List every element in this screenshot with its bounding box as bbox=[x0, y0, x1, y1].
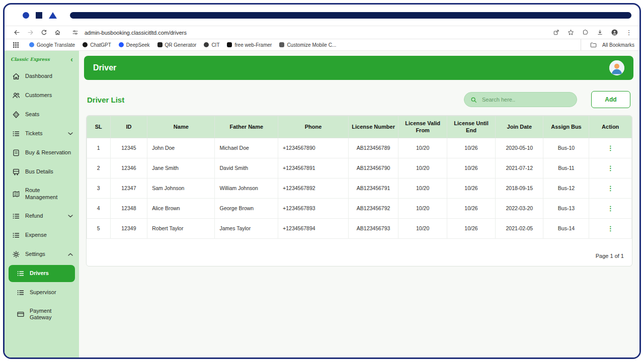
bookmark-item-chatgpt[interactable]: ChatGPT bbox=[83, 42, 111, 48]
sidebar-item-buy-reservation[interactable]: Buy & Reservation bbox=[5, 143, 79, 162]
page-header: Driver bbox=[84, 56, 633, 80]
window-frame: admin-busbooking.classicitltd.com/driver… bbox=[3, 3, 641, 359]
app-body: Classic Express ‹ DashboardCustomersSeat… bbox=[5, 51, 639, 357]
list-icon bbox=[17, 269, 25, 278]
bookmark-label: ChatGPT bbox=[90, 42, 111, 48]
cell-license-number: AB123456790 bbox=[348, 158, 398, 178]
window-control-circle bbox=[23, 12, 29, 19]
cell-license-valid-from: 10/20 bbox=[398, 198, 447, 218]
column-header-license-valid-from: License Valid From bbox=[398, 116, 447, 138]
sidebar-item-label: Customers bbox=[25, 92, 73, 99]
row-actions-button[interactable]: ⋮ bbox=[604, 205, 617, 212]
bookmark-item-cit[interactable]: CIT bbox=[204, 42, 219, 48]
row-actions-button[interactable]: ⋮ bbox=[604, 144, 617, 152]
sidebar-item-dashboard[interactable]: Dashboard bbox=[5, 67, 79, 86]
cell-license-until-end: 10/26 bbox=[447, 158, 495, 178]
sidebar-item-tickets[interactable]: Tickets bbox=[5, 124, 79, 143]
extensions-icon[interactable] bbox=[581, 27, 590, 38]
cell-license-until-end: 10/26 bbox=[447, 178, 495, 198]
bookmark-item-qr-generator[interactable]: QR Generator bbox=[157, 42, 197, 48]
table-row: 312347Sam JohnsonWilliam Johnson+1234567… bbox=[87, 178, 632, 198]
sidebar-item-label: Payment Gateway bbox=[30, 308, 73, 322]
sidebar-item-seats[interactable]: Seats bbox=[5, 105, 79, 124]
sidebar-item-label: Expense bbox=[25, 232, 73, 239]
main-content: Driver Driver List Add SLIDNameFather Na… bbox=[79, 51, 639, 357]
all-bookmarks-button[interactable]: All Bookmarks bbox=[581, 39, 634, 50]
add-button[interactable]: Add bbox=[591, 91, 630, 108]
bookmarks-list: Google TranslateChatGPTDeepSeekQR Genera… bbox=[29, 42, 336, 48]
row-actions-button[interactable]: ⋮ bbox=[604, 164, 617, 172]
reload-icon[interactable] bbox=[38, 27, 50, 38]
cell-sl: 1 bbox=[87, 138, 111, 158]
cell-join-date: 2021-07-12 bbox=[496, 158, 543, 178]
forward-icon[interactable] bbox=[24, 27, 36, 38]
column-header-id: ID bbox=[110, 116, 147, 138]
cell-license-number: AB123456792 bbox=[348, 198, 398, 218]
customize-favicon bbox=[279, 42, 284, 47]
row-actions-button[interactable]: ⋮ bbox=[604, 225, 617, 232]
user-avatar[interactable] bbox=[609, 60, 624, 75]
address-bar[interactable]: admin-busbooking.classicitltd.com/driver… bbox=[65, 27, 550, 38]
cell-assign-bus: Bus-13 bbox=[543, 198, 589, 218]
gear-icon bbox=[12, 250, 20, 258]
cell-id: 12347 bbox=[110, 178, 147, 198]
window-control-square bbox=[36, 12, 42, 19]
app-logo: Classic Express bbox=[11, 57, 50, 62]
share-icon[interactable] bbox=[551, 27, 560, 38]
browser-menu-icon[interactable]: ⋮ bbox=[624, 27, 633, 38]
sidebar-item-settings[interactable]: Settings bbox=[5, 245, 79, 264]
sidebar-item-label: Drivers bbox=[30, 270, 71, 277]
site-settings-icon[interactable] bbox=[69, 27, 81, 38]
cell-assign-bus: Bus-14 bbox=[543, 218, 589, 238]
cell-license-until-end: 10/26 bbox=[447, 218, 495, 238]
cell-license-number: AB123456793 bbox=[348, 218, 398, 238]
sidebar-item-customers[interactable]: Customers bbox=[5, 86, 79, 105]
apps-grid-icon[interactable] bbox=[10, 40, 22, 50]
users-icon bbox=[12, 92, 20, 100]
profile-avatar-icon[interactable] bbox=[610, 27, 619, 38]
window-title-bar-pill bbox=[70, 12, 631, 19]
seat-icon bbox=[12, 111, 20, 119]
cell-join-date: 2018-09-15 bbox=[496, 178, 543, 198]
cell-action: ⋮ bbox=[589, 138, 632, 158]
home-icon[interactable] bbox=[51, 27, 63, 38]
column-header-license-until-end: License Until End bbox=[447, 116, 495, 138]
column-header-phone: Phone bbox=[278, 116, 349, 138]
cell-id: 12345 bbox=[110, 138, 147, 158]
sidebar-item-route-management[interactable]: Route Management bbox=[5, 182, 79, 207]
sidebar-collapse-icon[interactable]: ‹ bbox=[70, 56, 73, 63]
sidebar-item-bus-details[interactable]: Bus Details bbox=[5, 162, 79, 182]
driver-table-body: 112345John DoeMichael Doe+1234567890AB12… bbox=[87, 138, 632, 238]
back-icon[interactable] bbox=[11, 27, 23, 38]
bookmark-item-google-translate[interactable]: Google Translate bbox=[29, 42, 75, 48]
bookmark-star-icon[interactable] bbox=[566, 27, 575, 38]
bookmark-label: Customize Mobile C... bbox=[287, 42, 336, 48]
sidebar-item-expense[interactable]: Expense bbox=[5, 226, 79, 245]
chevron-down-icon bbox=[68, 215, 73, 218]
cell-name: Robert Taylor bbox=[147, 218, 215, 238]
sidebar-item-refund[interactable]: Refund bbox=[5, 207, 79, 226]
sidebar-item-label: Settings bbox=[25, 251, 63, 258]
browser-toolbar: admin-busbooking.classicitltd.com/driver… bbox=[5, 26, 639, 39]
bookmark-item-deepseek[interactable]: DeepSeek bbox=[119, 42, 150, 48]
cell-license-number: AB123456791 bbox=[348, 178, 398, 198]
row-actions-button[interactable]: ⋮ bbox=[604, 185, 617, 192]
cell-name: Alice Brown bbox=[147, 198, 215, 218]
cell-sl: 3 bbox=[87, 178, 111, 198]
sidebar-item-drivers[interactable]: Drivers bbox=[9, 265, 75, 282]
bookmark-label: QR Generator bbox=[165, 42, 197, 48]
cell-sl: 5 bbox=[87, 218, 111, 238]
search-input[interactable] bbox=[481, 96, 571, 103]
table-row: 512349Robert TaylorJames Taylor+12345678… bbox=[87, 218, 632, 238]
sidebar-item-supervisor[interactable]: Supervisor bbox=[5, 283, 79, 302]
bookmark-item-free-web-framer[interactable]: free web-Framer bbox=[227, 42, 272, 48]
table-row: 112345John DoeMichael Doe+1234567890AB12… bbox=[87, 138, 632, 158]
sidebar-item-payment-gateway[interactable]: Payment Gateway bbox=[5, 302, 79, 327]
sidebar-item-label: Seats bbox=[25, 111, 73, 118]
cell-license-valid-from: 10/20 bbox=[398, 138, 447, 158]
table-header-row: SLIDNameFather NamePhoneLicense NumberLi… bbox=[87, 116, 632, 138]
deepseek-favicon bbox=[119, 42, 124, 47]
bookmark-item-customize-mobile-c[interactable]: Customize Mobile C... bbox=[279, 42, 336, 48]
downloads-icon[interactable] bbox=[595, 27, 604, 38]
cell-sl: 2 bbox=[87, 158, 111, 178]
